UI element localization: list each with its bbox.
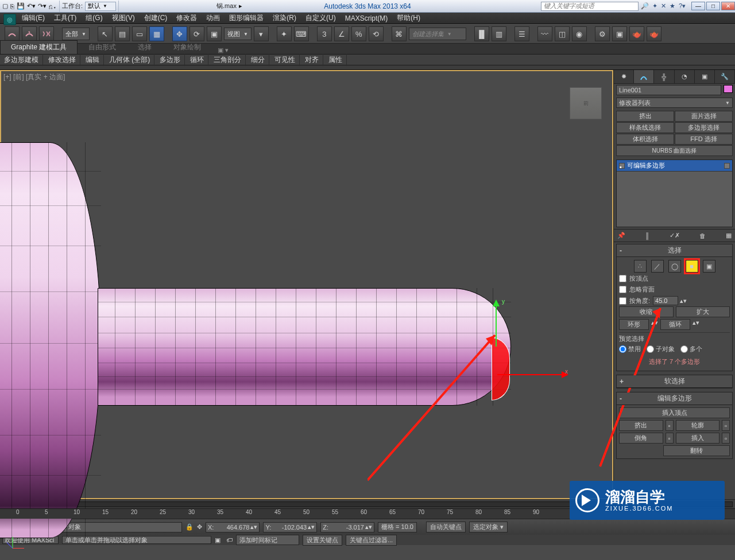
render-prod-icon[interactable]: 🫖 <box>647 26 662 41</box>
menu-create[interactable]: 创建(C) <box>140 12 172 24</box>
link-icon[interactable] <box>5 26 20 41</box>
subobj-border-icon[interactable]: ◯ <box>668 260 681 273</box>
inset-button[interactable]: 插入 <box>676 433 720 444</box>
object-color-swatch[interactable] <box>724 85 733 93</box>
by-vertex-checkbox[interactable] <box>619 275 626 282</box>
preview-subobj-radio[interactable] <box>647 345 654 353</box>
tab-modify-icon[interactable] <box>634 70 654 83</box>
shrink-button[interactable]: 收缩 <box>619 306 674 317</box>
menu-render[interactable]: 渲染(R) <box>268 12 301 24</box>
ribbon-collapse-icon[interactable]: ▣ ▾ <box>218 46 229 54</box>
angle-spinner[interactable] <box>653 296 678 305</box>
menu-edit[interactable]: 编辑(E) <box>17 12 49 24</box>
remove-modifier-icon[interactable]: 🗑 <box>699 232 706 239</box>
qat-new-icon[interactable]: ▢ <box>2 2 8 10</box>
key-filters-button[interactable]: 关键点过滤器... <box>346 535 397 546</box>
viewcube[interactable]: 前 <box>570 87 602 119</box>
align-icon[interactable]: ▥ <box>492 26 506 41</box>
angle-snap-icon[interactable]: ∠ <box>334 26 349 41</box>
material-editor-icon[interactable]: ◉ <box>572 26 587 41</box>
set-poly-select[interactable]: 多边形选择 <box>675 122 733 133</box>
extrude-button[interactable]: 挤出 <box>619 420 663 431</box>
tab-utilities-icon[interactable]: 🔧 <box>715 70 735 83</box>
app-menu-button[interactable]: ◎ <box>3 14 16 25</box>
loop-button[interactable]: 循环 <box>660 319 690 330</box>
spinner-arrows-icon[interactable]: ▴▾ <box>693 319 699 330</box>
maximize-button[interactable]: □ <box>706 2 720 10</box>
set-extrude[interactable]: 挤出 <box>616 111 674 122</box>
ribbon-loop[interactable]: 循环 <box>186 54 208 66</box>
minimize-button[interactable]: — <box>691 2 705 10</box>
scale-icon[interactable]: ▣ <box>207 26 222 41</box>
percent-snap-icon[interactable]: % <box>351 26 366 41</box>
search-input[interactable]: 键入关键字或短语 <box>541 2 639 11</box>
qat-open-icon[interactable]: ⎘ <box>10 3 14 10</box>
rendered-frame-icon[interactable]: ▣ <box>612 26 627 41</box>
select-name-icon[interactable]: ▤ <box>115 26 130 41</box>
named-selection-dd[interactable]: 创建选择集▼ <box>409 28 466 40</box>
inset-settings-icon[interactable]: ▫ <box>722 433 730 444</box>
object-name-field[interactable]: Line001 <box>616 85 721 95</box>
curve-editor-icon[interactable]: 〰 <box>537 26 552 41</box>
edit-named-icon[interactable]: ⌘ <box>392 26 407 41</box>
gizmo-y-axis[interactable] <box>496 302 497 347</box>
unlink-icon[interactable] <box>22 26 37 41</box>
ribbon-tri[interactable]: 三角剖分 <box>210 54 246 66</box>
menu-animation[interactable]: 动画 <box>202 12 225 24</box>
subobj-polygon-icon[interactable]: ■ <box>686 260 698 273</box>
insert-vertex-button[interactable]: 插入顶点 <box>619 407 730 418</box>
ribbon-poly[interactable]: 多边形 <box>156 54 185 66</box>
set-vol-select[interactable]: 体积选择 <box>616 134 674 145</box>
make-unique-icon[interactable]: ✓✗ <box>670 232 680 239</box>
ribbon-modify-sel[interactable]: 修改选择 <box>44 54 80 66</box>
render-setup-icon[interactable]: ⚙ <box>595 26 610 41</box>
layers-icon[interactable]: ☰ <box>514 26 529 41</box>
close-button[interactable]: ✕ <box>721 2 735 10</box>
search-icon[interactable]: 🔎 <box>641 2 649 10</box>
qat-save-icon[interactable]: 💾 <box>17 2 25 10</box>
spinner-arrows-icon[interactable]: ▴▾ <box>651 319 658 330</box>
set-key-button[interactable]: 设置关键点 <box>303 535 342 546</box>
menu-customize[interactable]: 自定义(U) <box>301 12 341 24</box>
menu-graph[interactable]: 图形编辑器 <box>225 12 268 24</box>
tab-create-icon[interactable]: ✸ <box>614 70 634 83</box>
render-icon[interactable]: 🫖 <box>629 26 644 41</box>
outline-button[interactable]: 轮廓 <box>676 420 720 431</box>
move-icon[interactable]: ✥ <box>172 26 187 41</box>
time-tag-icon[interactable]: 🏷 <box>226 536 233 543</box>
title-dd-icon[interactable]: ▸ <box>239 2 242 10</box>
tab-display-icon[interactable]: ▣ <box>695 70 715 83</box>
by-angle-checkbox[interactable] <box>619 297 626 305</box>
menu-group[interactable]: 组(G) <box>81 12 107 24</box>
gizmo-x-axis[interactable] <box>497 374 566 375</box>
ribbon-tab-freeform[interactable]: 自由形式 <box>78 40 127 54</box>
ribbon-tab-selection[interactable]: 选择 <box>127 40 163 54</box>
coord-z[interactable]: Z:-3.017▴▾ <box>320 522 374 532</box>
qat-link-icon[interactable]: ⎌▾ <box>49 3 57 10</box>
bevel-settings-icon[interactable]: ▫ <box>666 433 674 444</box>
schematic-icon[interactable]: ◫ <box>555 26 570 41</box>
ribbon-poly-model[interactable]: 多边形建模 <box>0 54 43 66</box>
subscription-icon[interactable]: ✦ <box>652 2 657 10</box>
keyboard-shortcut-icon[interactable]: ⌨ <box>294 26 309 41</box>
lock-selection-icon[interactable]: 🔒 <box>185 523 194 531</box>
pin-stack-icon[interactable]: 📌 <box>617 232 625 239</box>
set-spline-select[interactable]: 样条线选择 <box>616 122 674 133</box>
modifier-list-dd[interactable]: 修改器列表▼ <box>616 98 733 108</box>
subobj-edge-icon[interactable]: ／ <box>651 260 664 273</box>
menu-help[interactable]: 帮助(H) <box>392 12 425 24</box>
flip-button[interactable]: 翻转 <box>663 445 730 456</box>
select-rect-icon[interactable]: ▭ <box>132 26 147 41</box>
qat-undo-icon[interactable]: ↶▾ <box>27 2 36 10</box>
rollout-selection-header[interactable]: -选择 <box>617 244 732 257</box>
snap-toggle-icon[interactable]: 3 <box>317 26 332 41</box>
select-object-icon[interactable]: ↖ <box>98 26 113 41</box>
menu-modifiers[interactable]: 修改器 <box>172 12 202 24</box>
preview-off-radio[interactable] <box>619 345 626 353</box>
rollout-edit-poly-header[interactable]: -编辑多边形 <box>617 392 732 405</box>
tab-motion-icon[interactable]: ◔ <box>675 70 695 83</box>
extrude-settings-icon[interactable]: ▫ <box>666 420 674 431</box>
abs-rel-icon[interactable]: ✥ <box>197 523 202 531</box>
ignore-backfacing-checkbox[interactable] <box>619 286 626 293</box>
configure-sets-icon[interactable]: ▦ <box>726 232 732 239</box>
